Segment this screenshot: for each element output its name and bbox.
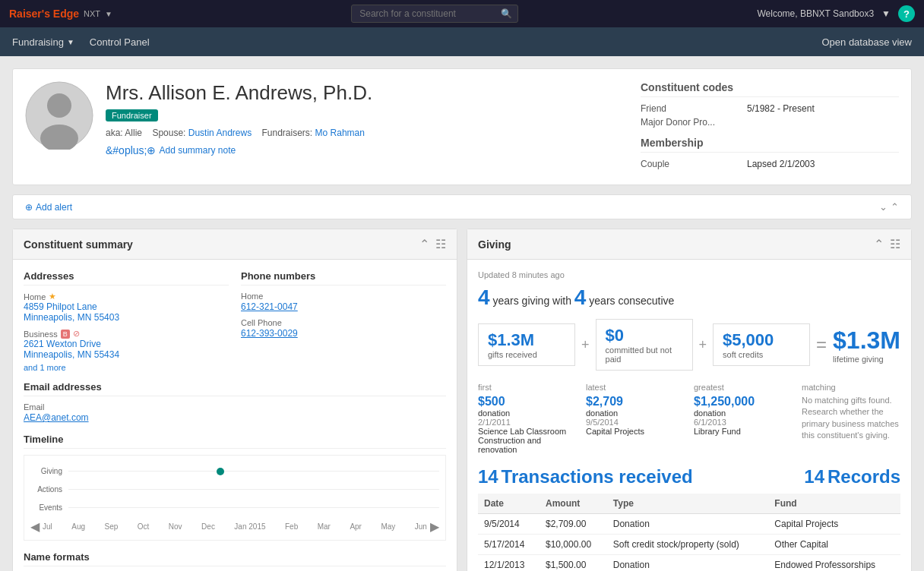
fundraising-menu[interactable]: Fundraising ▼: [12, 36, 74, 48]
profile-card: Mrs. Allison E. Andrews, Ph.D. Fundraise…: [12, 68, 912, 185]
gifts-received-box: $1.3M gifts received: [478, 323, 575, 366]
major-label: Major Donor Pro...: [641, 117, 732, 128]
welcome-text: Welcome, BBNXT Sandbox3: [757, 8, 874, 19]
alert-arrows: ⌄ ⌃: [879, 201, 899, 213]
name-formats-title: Name formats: [24, 551, 446, 566]
transactions-table: Date Amount Type Fund 9/5/2014 $2,709.00…: [478, 494, 900, 571]
lifetime-amount: $1.3M: [833, 327, 900, 355]
first-label: first: [478, 383, 577, 392]
add-note-button[interactable]: &#oplus;⊕ Add summary note: [106, 144, 628, 156]
home-address-line2[interactable]: Minneapolis, MN 55403: [24, 312, 119, 323]
matching-card: matching No matching gifts found. Resear…: [802, 383, 900, 454]
and-more-link[interactable]: and 1 more: [24, 363, 229, 372]
soft-amount: $5,000: [723, 330, 800, 350]
row2-type: Soft credit stock/property (sold): [607, 535, 769, 555]
control-panel-link[interactable]: Control Panel: [90, 36, 150, 48]
right-column: Giving ⌃ ☷ Updated 8 minutes ago 4 years…: [467, 229, 912, 571]
avatar: [25, 81, 93, 172]
latest-gift-card: latest $2,709 donation 9/5/2014 Capital …: [586, 383, 685, 454]
giving-timeline-row: Giving: [30, 462, 439, 480]
panel-controls: ⌃ ☷: [419, 237, 446, 251]
business-address-line1[interactable]: 2621 Wexton Drive: [24, 339, 101, 349]
secondary-navigation: Fundraising ▼ Control Panel Open databas…: [0, 27, 924, 56]
home-address-line1[interactable]: 4859 Philpot Lane: [24, 301, 97, 312]
greatest-amount: $1,250,000: [694, 395, 793, 409]
first-gift-card: first $500 donation 2/1/2011 Science Lab…: [478, 383, 577, 454]
couple-label: Couple: [641, 159, 732, 169]
home-phone-number[interactable]: 612-321-0047: [241, 301, 298, 312]
row3-amount: $1,500.00: [540, 555, 607, 572]
greatest-date: 6/1/2013: [694, 418, 793, 427]
timeline-prev-icon[interactable]: ◀: [30, 519, 40, 534]
timeline-chart: Giving Actions: [24, 455, 446, 541]
transactions-count: 14 Transactions received: [478, 466, 693, 487]
actions-timeline-line: [68, 489, 439, 490]
open-database-link[interactable]: Open database view: [821, 36, 912, 48]
row2-date: 5/17/2014: [478, 535, 540, 555]
giving-collapse-icon[interactable]: ⌃: [874, 237, 884, 251]
main-content: Mrs. Allison E. Andrews, Ph.D. Fundraise…: [0, 56, 924, 571]
user-dropdown-icon[interactable]: ▼: [881, 8, 891, 19]
latest-date: 9/5/2014: [586, 418, 685, 427]
events-timeline-label: Events: [30, 503, 68, 512]
latest-amount: $2,709: [586, 395, 685, 409]
plus-op1: +: [581, 337, 590, 353]
arrow-down-icon[interactable]: ⌃: [891, 201, 899, 213]
greatest-label: greatest: [694, 383, 793, 392]
lifetime-giving: $1.3M lifetime giving: [833, 327, 900, 364]
arrow-up-icon[interactable]: ⌄: [879, 201, 888, 213]
friend-date: 5/1982 - Present: [747, 103, 815, 114]
help-button[interactable]: ?: [898, 5, 915, 22]
giving-grid-icon[interactable]: ☷: [890, 237, 900, 251]
constituent-summary-body: Addresses Home ★ 4859 Philpot Lane Minne…: [13, 260, 457, 571]
timeline-nav-row: ◀ Jul Aug Sep Oct Nov Dec Jan 2015 Feb: [30, 519, 439, 534]
actions-timeline-row: Actions: [30, 480, 439, 498]
add-alert-button[interactable]: ⊕ Add alert: [25, 202, 72, 213]
address-phone-row: Addresses Home ★ 4859 Philpot Lane Minne…: [24, 270, 446, 372]
row2-fund: Other Capital: [768, 535, 900, 555]
row1-amount: $2,709.00: [540, 514, 607, 535]
giving-panel-title: Giving: [478, 238, 511, 251]
greatest-gift-card: greatest $1,250,000 donation 6/1/2013 Li…: [694, 383, 793, 454]
matching-text: No matching gifts found. Research whethe…: [802, 395, 900, 442]
email-section: Email addresses Email AEA@anet.com: [24, 381, 446, 423]
row3-date: 12/1/2013: [478, 555, 540, 572]
cell-phone-number[interactable]: 612-393-0029: [241, 328, 298, 339]
greatest-desc: donation: [694, 409, 793, 418]
table-row: 9/5/2014 $2,709.00 Donation Capital Proj…: [478, 514, 900, 535]
business-warning-icon: ⊘: [73, 329, 80, 339]
first-amount: $500: [478, 395, 577, 409]
addresses-title: Addresses: [24, 270, 229, 286]
profile-info: Mrs. Allison E. Andrews, Ph.D. Fundraise…: [106, 81, 628, 172]
timeline-next-icon[interactable]: ▶: [430, 519, 439, 534]
fundraiser-link[interactable]: Mo Rahman: [315, 128, 365, 138]
brand-name: Raiser's Edge: [9, 8, 79, 20]
fundraising-dropdown-icon: ▼: [67, 38, 74, 46]
latest-project: Capital Projects: [586, 427, 685, 436]
search-input[interactable]: [351, 5, 518, 23]
grid-icon[interactable]: ☷: [435, 237, 446, 251]
row1-fund: Capital Projects: [768, 514, 900, 535]
constituent-summary-header: Constituent summary ⌃ ☷: [13, 229, 457, 260]
membership-couple-row: Couple Lapsed 2/1/2003: [641, 159, 899, 169]
events-timeline-line: [68, 507, 439, 508]
sec-nav-left: Fundraising ▼ Control Panel: [12, 36, 150, 48]
first-desc: donation: [478, 409, 577, 418]
search-wrapper: 🔍: [351, 5, 518, 23]
col-fund: Fund: [768, 494, 900, 514]
first-project: Science Lab Classroom Construction and r…: [478, 427, 577, 454]
constituent-codes-title: Constituent codes: [641, 81, 899, 97]
collapse-icon[interactable]: ⌃: [419, 237, 429, 251]
brand-dropdown[interactable]: ▼: [105, 10, 112, 18]
email-address[interactable]: AEA@anet.com: [24, 412, 89, 423]
giving-updated: Updated 8 minutes ago: [478, 270, 900, 279]
equals-op: =: [816, 334, 827, 355]
two-column-layout: Constituent summary ⌃ ☷ Addresses: [12, 229, 912, 571]
spouse-link[interactable]: Dustin Andrews: [188, 128, 252, 138]
matching-label: matching: [802, 383, 900, 392]
constituent-summary-panel: Constituent summary ⌃ ☷ Addresses: [12, 229, 457, 571]
giving-panel: Giving ⌃ ☷ Updated 8 minutes ago 4 years…: [467, 229, 912, 571]
business-address-line2[interactable]: Minneapolis, MN 55434: [24, 349, 119, 360]
brand-logo: Raiser's Edge NXT ▼: [9, 8, 112, 20]
home-address-type: Home ★: [24, 292, 229, 301]
